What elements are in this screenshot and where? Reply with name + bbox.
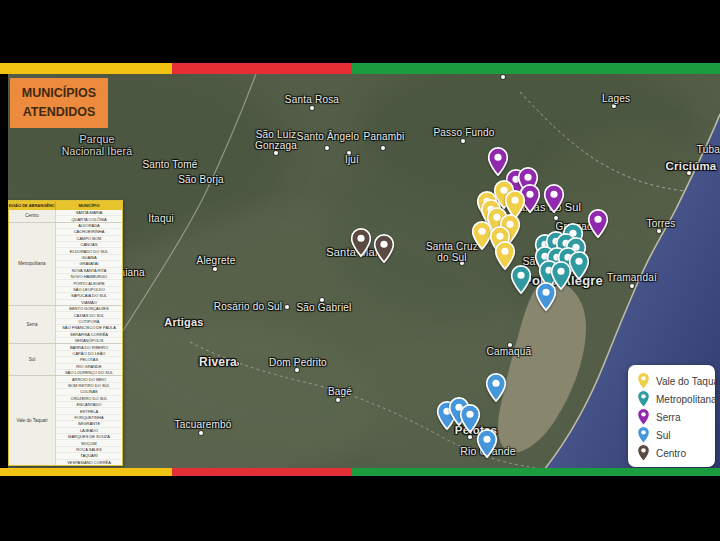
table-header-regiao: REGIÃO DE ABRANGÊNCIA <box>9 201 56 210</box>
legend-pin-icon-serra <box>637 408 650 426</box>
city-dot-tacuarembo <box>199 431 203 435</box>
map-label-torres: Torres <box>647 218 676 229</box>
map-label-sao-luiz-gonzaga: São LuizGonzaga <box>255 129 297 151</box>
stripe-yellow <box>0 468 172 476</box>
map-label-bage: Bagé <box>328 386 352 397</box>
city-dot-dom-pedrito <box>295 368 299 372</box>
table-group-metropolitana: MetropolitanaALVORADACACHOEIRINHACAMPO B… <box>9 223 122 306</box>
municipio-column: ARROIO DO MEIOBOM RETIRO DO SULCOLINASCR… <box>56 376 122 465</box>
badge-line2: ATENDIDOS <box>12 103 106 122</box>
legend-pin-icon-sul <box>637 426 650 444</box>
map-label-passo-fundo: Passo Fundo <box>433 127 494 138</box>
map-label-santa-cruz-do-sul: Santa Cruzdo Sul <box>426 241 478 263</box>
stripe-red <box>172 468 352 476</box>
region-cell-sul: Sul <box>9 344 56 375</box>
stripe-red <box>172 63 352 74</box>
map-label-artigas: Artigas <box>164 316 203 328</box>
map-label-tramandai: Tramandaí <box>607 272 657 283</box>
legend-pin-icon-vale <box>637 372 650 390</box>
map-pin-sul[interactable] <box>486 373 507 402</box>
map-label-sao-borja: São Borja <box>178 174 224 185</box>
map-label-tubarao: Tubarão <box>697 144 720 155</box>
city-dot-sao-gabriel <box>320 298 324 302</box>
map-label-dom-pedrito: Dom Pedrito <box>269 357 327 368</box>
municipio-column: BENTO GONÇALVESCAXIAS DO SULCOTIPORÃSÃO … <box>56 306 122 343</box>
region-cell-serra: Serra <box>9 306 56 343</box>
municipio-cell-sao-lourenco-do-sul: SÃO LOURENÇO DO SUL <box>56 370 122 375</box>
map-pin-serra[interactable] <box>588 209 609 238</box>
map-label-santo-angelo: Santo Ângelo <box>297 131 359 142</box>
stripe-green <box>352 468 720 476</box>
map-label-santo-tome: Santo Tomé <box>142 159 197 170</box>
city-dot-caxias-do-sul <box>554 216 558 220</box>
table-header-row: REGIÃO DE ABRANGÊNCIA MUNICÍPIO <box>9 201 122 210</box>
city-dot-rosario-do-sul <box>285 305 289 309</box>
map-label-santa-rosa: Santa Rosa <box>285 94 339 105</box>
city-dot-panambi <box>381 146 385 150</box>
city-dot-alegrete <box>213 267 217 271</box>
region-cell-metropolitana: Metropolitana <box>9 223 56 305</box>
region-cell-centro: Centro <box>9 210 56 222</box>
badge-line1: MUNICÍPIOS <box>12 84 106 103</box>
table-body: CentroSANTA MARIAQUARTA COLÔNIAMetropoli… <box>9 210 122 465</box>
city-dot-sao-luiz-gonzaga <box>274 151 278 155</box>
legend-item-serra: Serra <box>637 408 711 426</box>
map-label-sao-gabriel: São Gabriel <box>296 302 351 313</box>
map-pin-centro[interactable] <box>374 234 395 263</box>
municipio-column: BARRA DO RIBEIROCAPÃO DO LEÃOPELOTASRIO … <box>56 344 122 375</box>
municipio-cell-quarta-colonia: QUARTA COLÔNIA <box>56 216 122 221</box>
map-pin-sul[interactable] <box>477 429 498 458</box>
map-label-rivera: Rivera <box>199 356 237 369</box>
map-legend: Vale do Taquari Metropolitana Serra Sul … <box>628 365 715 467</box>
city-dot-torres <box>657 229 661 233</box>
legend-pin-icon-centro <box>637 444 650 462</box>
municipio-cell-veranopolis: VERANÓPOLIS <box>56 338 122 343</box>
legend-label-metropolitana: Metropolitana <box>656 394 717 405</box>
legend-item-metropolitana: Metropolitana <box>637 390 711 408</box>
municipio-column: ALVORADACACHOEIRINHACAMPO BOMCANOASELDOR… <box>56 223 122 305</box>
map-label-tacuarembo: Tacuarembó <box>174 419 231 430</box>
table-header-municipio: MUNICÍPIO <box>56 201 122 210</box>
map-pin-serra[interactable] <box>544 184 565 213</box>
municipio-column: SANTA MARIAQUARTA COLÔNIA <box>56 210 122 222</box>
table-group-vale-do-taquari: Vale do TaquariARROIO DO MEIOBOM RETIRO … <box>9 376 122 465</box>
video-frame: MUNICÍPIOS ATENDIDOS REGIÃO DE ABRANGÊNC… <box>0 0 720 541</box>
legend-label-sul: Sul <box>656 430 670 441</box>
table-group-centro: CentroSANTA MARIAQUARTA COLÔNIA <box>9 210 122 223</box>
city-dot-passo-fundo <box>461 139 465 143</box>
city-dot-santa-rosa <box>310 106 314 110</box>
map-label-rosario-do-sul: Rosário do Sul <box>214 301 282 312</box>
map-label-criciuma: Criciúma <box>666 160 717 173</box>
legend-item-sul: Sul <box>637 426 711 444</box>
stripe-green <box>352 63 720 74</box>
table-group-sul: SulBARRA DO RIBEIROCAPÃO DO LEÃOPELOTASR… <box>9 344 122 376</box>
city-dot-tramandai <box>630 284 634 288</box>
region-cell-vale-do-taquari: Vale do Taquari <box>9 376 56 465</box>
map-label-itaqui: Itaqui <box>148 213 174 224</box>
municipio-cell-vespasiano-correa: VESPASIANO CORRÊA <box>56 460 122 465</box>
map-label-parque-nacional-ibera: ParqueNacional Iberá <box>62 134 133 158</box>
legend-item-vale: Vale do Taquari <box>637 372 711 390</box>
stripe-yellow <box>0 63 172 74</box>
legend-label-serra: Serra <box>656 412 680 423</box>
map-label-alegrete: Alegrete <box>197 255 236 266</box>
flag-stripe-top <box>0 63 720 74</box>
city-dot-bage <box>336 398 340 402</box>
municipios-atendidos-badge: MUNICÍPIOS ATENDIDOS <box>10 78 108 128</box>
map-canvas[interactable]: MUNICÍPIOS ATENDIDOS REGIÃO DE ABRANGÊNC… <box>8 74 720 468</box>
map-pin-centro[interactable] <box>351 228 372 257</box>
map-pin-sul[interactable] <box>536 282 557 311</box>
city-dot-santo-angelo <box>325 146 329 150</box>
map-label-ijui: Ijuí <box>345 154 359 165</box>
map-label-lages: Lages <box>602 93 630 104</box>
municipio-cell-viamao: VIAMÃO <box>56 300 122 305</box>
map-label-camaqua: Camaquã <box>487 346 532 357</box>
legend-label-centro: Centro <box>656 448 686 459</box>
municipios-table: REGIÃO DE ABRANGÊNCIA MUNICÍPIO CentroSA… <box>8 200 123 466</box>
map-pin-metropolitana[interactable] <box>569 251 590 280</box>
map-pin-metropolitana[interactable] <box>511 265 532 294</box>
legend-label-vale: Vale do Taquari <box>656 376 720 387</box>
map-label-panambi: Panambi <box>364 131 405 142</box>
legend-pin-icon-metropolitana <box>637 390 650 408</box>
table-group-serra: SerraBENTO GONÇALVESCAXIAS DO SULCOTIPOR… <box>9 306 122 344</box>
